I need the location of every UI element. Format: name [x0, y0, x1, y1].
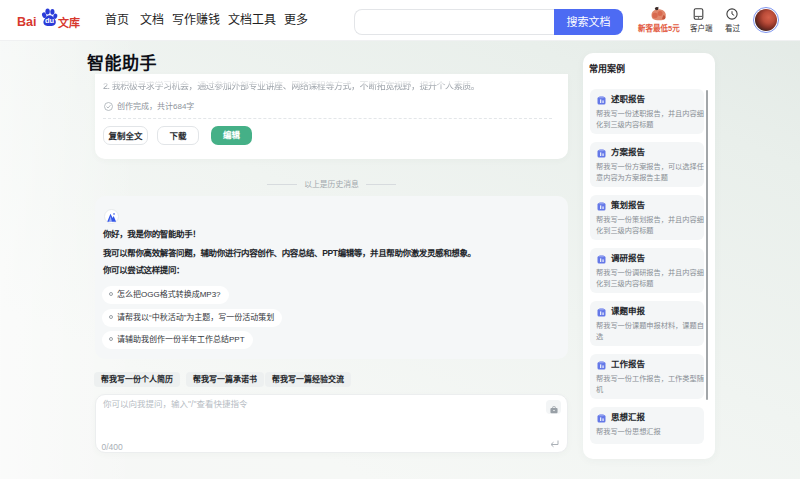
svg-text:du: du: [45, 16, 55, 25]
